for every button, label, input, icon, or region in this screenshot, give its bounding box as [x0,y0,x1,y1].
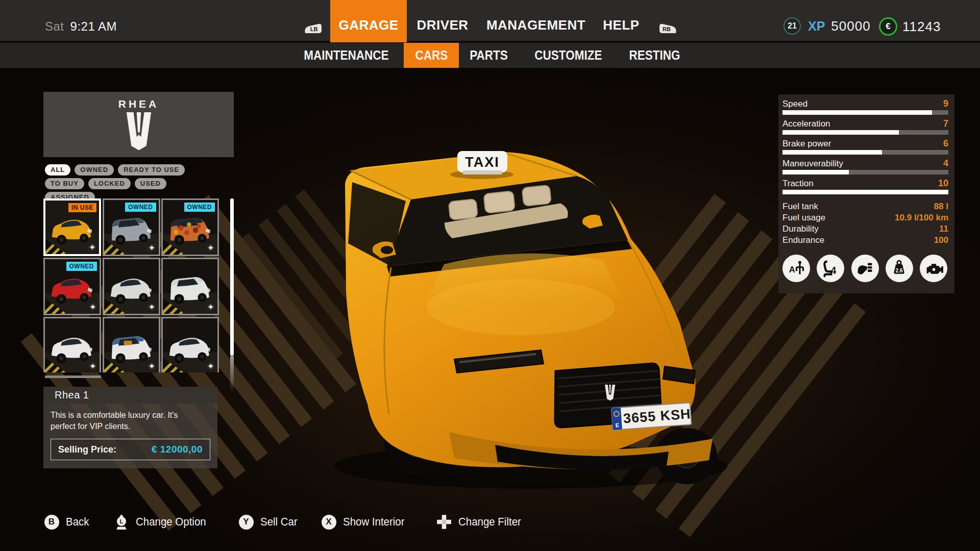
filter-chip-owned[interactable]: OWNED [75,164,114,176]
day-label: Sat [45,19,64,33]
stat-bar-fill [782,130,899,135]
left-stick-icon: L [113,513,130,531]
clock: Sat9:21 AM [45,19,117,34]
tab-garage[interactable]: GARAGE [330,0,407,42]
spec-label-fuel-usage: Fuel usage [782,213,825,223]
brand-logo-trident [121,112,156,151]
player-level-xp: 21 XP 50000 [783,17,871,35]
car-tile-9[interactable]: ✦ [161,317,219,372]
stat-maneuverability: Maneuverability4 [782,158,948,174]
car-tile-8[interactable]: ✦ [103,317,160,372]
grid-scrollbar-tail [230,356,234,392]
customize-sparkle-icon: ✦ [89,362,96,371]
filter-chip-ready-to-use[interactable]: READY TO USE [118,164,185,176]
y-button-icon: Y [239,515,254,530]
svg-text:LB: LB [310,26,318,32]
car-status-badge: OWNED [125,203,156,212]
rb-bumper-icon[interactable]: RB [658,22,678,35]
x-button-icon: X [322,515,336,530]
car-tile-6[interactable]: ✦ [161,258,219,315]
subtab-cars[interactable]: CARS [404,43,459,68]
filter-chip-locked[interactable]: LOCKED [88,178,131,189]
stat-bar-fill [782,110,932,115]
spec-value-durability: 11 [939,224,948,234]
tab-label-driver: DRIVER [416,17,468,33]
stat-bar-track [782,190,948,194]
x-button-icon: X [321,513,337,531]
car-tile-4[interactable]: OWNED✦ [43,258,101,315]
car-tile-5[interactable]: ✦ [103,258,160,315]
stat-traction: Traction10 [782,178,948,194]
tab-label-garage: GARAGE [338,17,398,33]
grid-scrollbar-thumb[interactable] [230,198,234,356]
tab-help[interactable]: HELP [591,0,651,42]
action-back[interactable]: BBack [43,511,91,533]
lb-bumper-icon[interactable]: LB [303,22,323,35]
svg-text:RB: RB [663,26,671,32]
spec-value-fuel-usage: 10.9 l/100 km [895,213,948,223]
action-change-option[interactable]: L Change Option [113,511,211,533]
stat-value-speed: 9 [943,98,948,109]
subtab-label-customize: CUSTOMIZE [534,48,602,63]
stat-bar-track [782,110,948,115]
stat-value-maneuverability: 4 [943,158,948,169]
spec-list: Fuel tank88 lFuel usage10.9 l/100 kmDura… [782,202,948,246]
dpad-icon [436,513,452,531]
filter-chip-all[interactable]: ALL [45,164,70,176]
action-sell-car[interactable]: YSell Car [238,511,300,533]
subtab-resting[interactable]: RESTING [627,43,683,68]
feature-icon-row: A 4 2.6 [782,255,948,282]
money-value: 11243 [902,19,941,35]
car-tile-1[interactable]: IN USE✦ [43,198,101,256]
tab-label-management: MANAGEMENT [486,17,585,33]
action-label-change-filter: Change Filter [458,515,521,529]
garage-screen: E 3655 KSH TAXI Sat9:21 AM LB RB GARAGED… [0,0,980,551]
svg-text:2.6: 2.6 [896,268,903,273]
spec-label-endurance: Endurance [782,235,824,245]
car-status-badge: OWNED [184,203,215,212]
action-show-interior[interactable]: XShow Interior [321,511,409,533]
subtab-customize[interactable]: CUSTOMIZE [530,43,606,68]
subtab-label-maintenance: MAINTENANCE [304,48,388,63]
filter-chip-used[interactable]: USED [135,178,166,189]
car-info-panel: Rhea 1 This is a comfortable luxury car.… [43,387,217,468]
car-tile-2[interactable]: OWNED✦ [103,198,160,256]
stat-label-brake-power: Brake power [782,139,831,149]
currency-icon: € [879,17,897,36]
customize-sparkle-icon: ✦ [207,243,214,253]
stat-acceleration: Acceleration7 [782,118,948,135]
action-label-sell-car: Sell Car [260,515,298,529]
customize-sparkle-icon: ✦ [207,303,214,312]
time-label: 9:21 AM [70,19,117,33]
garage-sub-nav: MAINTENANCECARSPARTSCUSTOMIZERESTING [0,43,980,68]
selling-price-box: Selling Price: € 12000,00 [51,439,210,460]
spec-fuel-usage: Fuel usage10.9 l/100 km [782,213,948,224]
grid-scroll-indicator [45,375,101,378]
stat-label-speed: Speed [782,99,807,109]
brand-name: RHEA [118,98,159,110]
stat-bar-fill [782,190,948,194]
xp-label: XP [808,19,825,34]
selling-price-label: Selling Price: [58,444,116,455]
customize-sparkle-icon: ✦ [207,362,214,371]
subtab-maintenance[interactable]: MAINTENANCE [299,43,394,68]
tab-driver[interactable]: DRIVER [407,0,478,42]
stat-label-acceleration: Acceleration [782,119,830,129]
car-tile-3[interactable]: OWNED✦ [161,198,219,256]
b-button-icon: B [43,513,60,531]
stat-value-traction: 10 [938,178,948,189]
subtab-parts[interactable]: PARTS [463,43,513,68]
action-change-filter[interactable]: Change Filter [436,511,526,533]
xp-value: 50000 [831,18,870,34]
filter-chip-to-buy[interactable]: TO BUY [45,178,84,189]
tab-label-help: HELP [603,17,639,33]
svg-text:4: 4 [830,264,836,276]
car-tile-7[interactable]: ✦ [43,317,101,372]
selling-price-value: € 12000,00 [152,444,203,455]
car-description: This is a comfortable luxury car. It's p… [51,410,204,432]
stat-speed: Speed9 [782,98,948,115]
tab-management[interactable]: MANAGEMENT [486,0,586,42]
action-label-show-interior: Show Interior [343,515,405,529]
stat-label-traction: Traction [782,179,814,189]
svg-text:L: L [119,518,123,524]
